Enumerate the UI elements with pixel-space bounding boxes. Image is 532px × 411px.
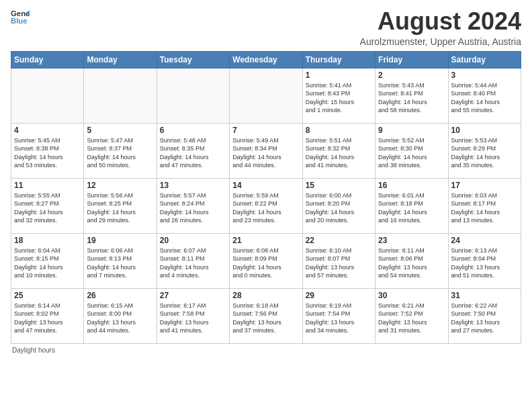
calendar-day: 15Sunrise: 6:00 AM Sunset: 8:20 PM Dayli… — [302, 178, 375, 233]
calendar-day: 22Sunrise: 6:10 AM Sunset: 8:07 PM Dayli… — [302, 233, 375, 288]
calendar-day: 27Sunrise: 6:17 AM Sunset: 7:58 PM Dayli… — [157, 288, 229, 343]
day-number: 30 — [378, 291, 445, 300]
calendar-day: 11Sunrise: 5:55 AM Sunset: 8:27 PM Dayli… — [11, 178, 84, 233]
calendar-day: 2Sunrise: 5:43 AM Sunset: 8:41 PM Daylig… — [375, 68, 448, 123]
day-info: Sunrise: 6:08 AM Sunset: 8:09 PM Dayligh… — [232, 246, 299, 280]
day-number: 6 — [160, 126, 226, 135]
footer-note: Daylight hours — [11, 347, 521, 354]
weekday-header-sunday: Sunday — [11, 51, 84, 68]
calendar-day: 30Sunrise: 6:21 AM Sunset: 7:52 PM Dayli… — [375, 288, 448, 343]
day-info: Sunrise: 5:57 AM Sunset: 8:24 PM Dayligh… — [160, 191, 226, 225]
location-subtitle: Aurolzmuenster, Upper Austria, Austria — [360, 36, 521, 47]
day-info: Sunrise: 5:52 AM Sunset: 8:30 PM Dayligh… — [378, 136, 445, 170]
calendar-day: 19Sunrise: 6:06 AM Sunset: 8:13 PM Dayli… — [84, 233, 157, 288]
day-info: Sunrise: 6:04 AM Sunset: 8:15 PM Dayligh… — [14, 246, 81, 280]
day-number: 5 — [87, 126, 153, 135]
day-number: 13 — [160, 181, 226, 190]
calendar-day — [230, 68, 302, 123]
calendar-day: 4Sunrise: 5:45 AM Sunset: 8:38 PM Daylig… — [11, 123, 84, 178]
weekday-header-wednesday: Wednesday — [230, 51, 302, 68]
day-number: 4 — [14, 126, 81, 135]
day-info: Sunrise: 6:13 AM Sunset: 8:04 PM Dayligh… — [451, 246, 518, 280]
calendar-day: 10Sunrise: 5:53 AM Sunset: 8:29 PM Dayli… — [448, 123, 521, 178]
day-number: 11 — [14, 181, 81, 190]
calendar-table: SundayMondayTuesdayWednesdayThursdayFrid… — [11, 51, 521, 344]
weekday-header-friday: Friday — [375, 51, 448, 68]
calendar-day: 6Sunrise: 5:48 AM Sunset: 8:35 PM Daylig… — [157, 123, 229, 178]
month-year-title: August 2024 — [360, 8, 521, 35]
day-number: 2 — [378, 71, 445, 80]
calendar-day: 31Sunrise: 6:22 AM Sunset: 7:50 PM Dayli… — [448, 288, 521, 343]
calendar-day: 5Sunrise: 5:47 AM Sunset: 8:37 PM Daylig… — [84, 123, 157, 178]
day-info: Sunrise: 6:10 AM Sunset: 8:07 PM Dayligh… — [306, 246, 372, 280]
title-block: August 2024 Aurolzmuenster, Upper Austri… — [360, 8, 521, 47]
day-number: 3 — [451, 71, 518, 80]
day-info: Sunrise: 6:15 AM Sunset: 8:00 PM Dayligh… — [87, 302, 153, 335]
weekday-header-tuesday: Tuesday — [157, 51, 229, 68]
calendar-day: 9Sunrise: 5:52 AM Sunset: 8:30 PM Daylig… — [375, 123, 448, 178]
calendar-week-5: 25Sunrise: 6:14 AM Sunset: 8:02 PM Dayli… — [11, 288, 521, 343]
calendar-week-2: 4Sunrise: 5:45 AM Sunset: 8:38 PM Daylig… — [11, 123, 521, 178]
day-info: Sunrise: 6:22 AM Sunset: 7:50 PM Dayligh… — [451, 302, 518, 335]
calendar-day: 25Sunrise: 6:14 AM Sunset: 8:02 PM Dayli… — [11, 288, 84, 343]
day-info: Sunrise: 5:41 AM Sunset: 8:43 PM Dayligh… — [306, 81, 372, 115]
calendar-day: 18Sunrise: 6:04 AM Sunset: 8:15 PM Dayli… — [11, 233, 84, 288]
day-info: Sunrise: 6:14 AM Sunset: 8:02 PM Dayligh… — [14, 302, 81, 335]
day-info: Sunrise: 6:03 AM Sunset: 8:17 PM Dayligh… — [451, 191, 518, 225]
day-info: Sunrise: 6:00 AM Sunset: 8:20 PM Dayligh… — [306, 191, 372, 225]
day-number: 19 — [87, 236, 153, 245]
calendar-day: 24Sunrise: 6:13 AM Sunset: 8:04 PM Dayli… — [448, 233, 521, 288]
day-number: 27 — [160, 291, 226, 300]
day-info: Sunrise: 5:51 AM Sunset: 8:32 PM Dayligh… — [306, 136, 372, 170]
day-info: Sunrise: 6:07 AM Sunset: 8:11 PM Dayligh… — [160, 246, 226, 280]
calendar-day: 28Sunrise: 6:18 AM Sunset: 7:56 PM Dayli… — [230, 288, 302, 343]
calendar-day: 7Sunrise: 5:49 AM Sunset: 8:34 PM Daylig… — [230, 123, 302, 178]
day-number: 14 — [232, 181, 299, 190]
calendar-day: 8Sunrise: 5:51 AM Sunset: 8:32 PM Daylig… — [302, 123, 375, 178]
weekday-header-monday: Monday — [84, 51, 157, 68]
weekday-header-saturday: Saturday — [448, 51, 521, 68]
day-info: Sunrise: 6:01 AM Sunset: 8:18 PM Dayligh… — [378, 191, 445, 225]
day-number: 31 — [451, 291, 518, 300]
day-info: Sunrise: 5:48 AM Sunset: 8:35 PM Dayligh… — [160, 136, 226, 170]
day-info: Sunrise: 5:56 AM Sunset: 8:25 PM Dayligh… — [87, 191, 153, 225]
day-number: 29 — [306, 291, 372, 300]
day-number: 23 — [378, 236, 445, 245]
day-number: 20 — [160, 236, 226, 245]
calendar-week-4: 18Sunrise: 6:04 AM Sunset: 8:15 PM Dayli… — [11, 233, 521, 288]
calendar-day: 26Sunrise: 6:15 AM Sunset: 8:00 PM Dayli… — [84, 288, 157, 343]
calendar-day — [84, 68, 157, 123]
page-container: General Blue August 2024 Aurolzmuenster,… — [0, 0, 532, 359]
calendar-day: 29Sunrise: 6:19 AM Sunset: 7:54 PM Dayli… — [302, 288, 375, 343]
calendar-week-1: 1Sunrise: 5:41 AM Sunset: 8:43 PM Daylig… — [11, 68, 521, 123]
calendar-day: 16Sunrise: 6:01 AM Sunset: 8:18 PM Dayli… — [375, 178, 448, 233]
day-number: 18 — [14, 236, 81, 245]
calendar-day: 14Sunrise: 5:59 AM Sunset: 8:22 PM Dayli… — [230, 178, 302, 233]
header: General Blue August 2024 Aurolzmuenster,… — [11, 8, 521, 47]
calendar-day: 1Sunrise: 5:41 AM Sunset: 8:43 PM Daylig… — [302, 68, 375, 123]
day-number: 16 — [378, 181, 445, 190]
logo: General Blue — [11, 8, 30, 27]
calendar-week-3: 11Sunrise: 5:55 AM Sunset: 8:27 PM Dayli… — [11, 178, 521, 233]
day-info: Sunrise: 6:19 AM Sunset: 7:54 PM Dayligh… — [306, 302, 372, 335]
day-info: Sunrise: 5:47 AM Sunset: 8:37 PM Dayligh… — [87, 136, 153, 170]
day-number: 28 — [232, 291, 299, 300]
day-number: 12 — [87, 181, 153, 190]
day-info: Sunrise: 5:55 AM Sunset: 8:27 PM Dayligh… — [14, 191, 81, 225]
day-number: 22 — [306, 236, 372, 245]
svg-text:Blue: Blue — [11, 17, 28, 25]
day-info: Sunrise: 6:18 AM Sunset: 7:56 PM Dayligh… — [232, 302, 299, 335]
day-info: Sunrise: 5:45 AM Sunset: 8:38 PM Dayligh… — [14, 136, 81, 170]
calendar-day: 21Sunrise: 6:08 AM Sunset: 8:09 PM Dayli… — [230, 233, 302, 288]
calendar-day — [157, 68, 229, 123]
calendar-day: 13Sunrise: 5:57 AM Sunset: 8:24 PM Dayli… — [157, 178, 229, 233]
calendar-day: 23Sunrise: 6:11 AM Sunset: 8:06 PM Dayli… — [375, 233, 448, 288]
calendar-day — [11, 68, 84, 123]
day-number: 9 — [378, 126, 445, 135]
calendar-day: 17Sunrise: 6:03 AM Sunset: 8:17 PM Dayli… — [448, 178, 521, 233]
day-info: Sunrise: 5:59 AM Sunset: 8:22 PM Dayligh… — [232, 191, 299, 225]
day-number: 25 — [14, 291, 81, 300]
day-number: 1 — [306, 71, 372, 80]
day-number: 10 — [451, 126, 518, 135]
day-info: Sunrise: 5:53 AM Sunset: 8:29 PM Dayligh… — [451, 136, 518, 170]
